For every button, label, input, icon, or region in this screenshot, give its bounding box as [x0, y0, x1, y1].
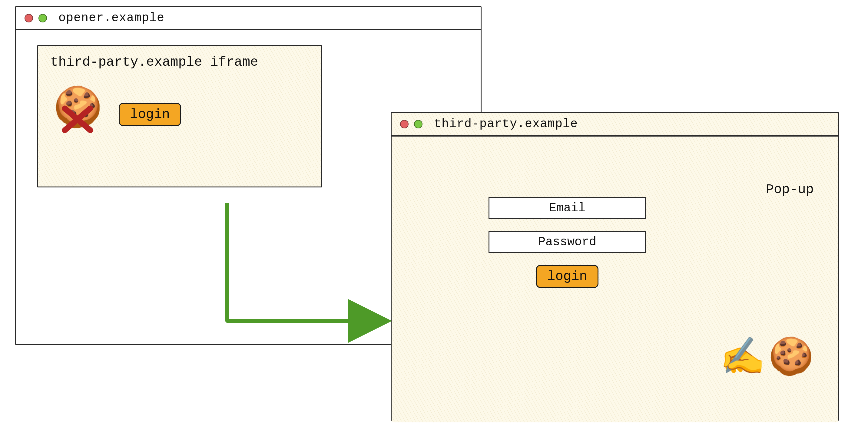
iframe-login-button[interactable]: login: [119, 103, 181, 126]
password-field[interactable]: Password: [489, 231, 646, 253]
close-icon[interactable]: [25, 14, 33, 23]
close-icon[interactable]: [400, 120, 408, 128]
iframe-row: 🍪 login: [38, 78, 321, 151]
popup-titlebar: third-party.example: [392, 113, 838, 136]
blocked-cookie: 🍪: [53, 90, 102, 139]
opener-titlebar: opener.example: [16, 7, 480, 30]
popup-login-button[interactable]: login: [536, 265, 598, 288]
popup-label: Pop-up: [766, 182, 814, 197]
popup-content: Pop-up Email Password login ✍️ 🍪: [392, 136, 838, 422]
maximize-icon[interactable]: [414, 120, 423, 128]
iframe-label: third-party.example iframe: [38, 46, 321, 78]
maximize-icon[interactable]: [38, 14, 47, 23]
popup-body: Pop-up Email Password login ✍️ 🍪: [392, 136, 838, 422]
opener-title: opener.example: [58, 11, 164, 25]
popup-window: third-party.example Pop-up Email Passwor…: [391, 112, 839, 421]
login-form: Email Password login: [489, 197, 646, 288]
cookie-write-indicator: ✍️ 🍪: [720, 341, 814, 377]
email-field[interactable]: Email: [489, 197, 646, 219]
third-party-iframe: third-party.example iframe 🍪 login: [37, 45, 322, 187]
cookie-icon: 🍪: [53, 88, 102, 132]
popup-title: third-party.example: [434, 117, 578, 131]
cookie-icon: 🍪: [768, 341, 814, 377]
writing-hand-icon: ✍️: [720, 341, 765, 377]
